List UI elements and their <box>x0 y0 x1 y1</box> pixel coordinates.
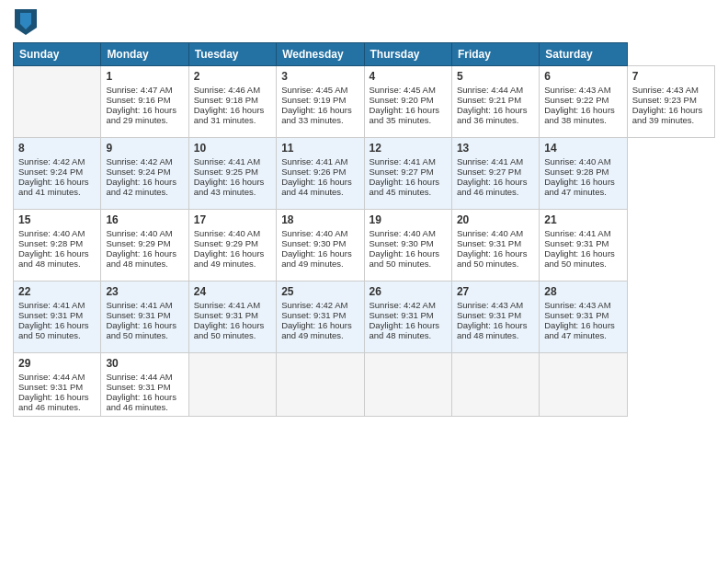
day-number: 18 <box>281 213 358 226</box>
calendar-cell: 16Sunrise: 4:40 AMSunset: 9:29 PMDayligh… <box>101 210 188 282</box>
calendar-header-tuesday: Tuesday <box>188 43 276 66</box>
sunset-text: Sunset: 9:21 PM <box>457 95 521 105</box>
sunset-text: Sunset: 9:30 PM <box>370 238 434 248</box>
day-number: 16 <box>106 213 183 226</box>
calendar-header-thursday: Thursday <box>364 43 451 66</box>
calendar-table: SundayMondayTuesdayWednesdayThursdayFrid… <box>13 42 715 417</box>
day-number: 9 <box>106 142 183 155</box>
day-number: 29 <box>18 357 96 370</box>
calendar-cell: 3Sunrise: 4:45 AMSunset: 9:19 PMDaylight… <box>277 66 364 138</box>
daylight-text: Daylight: 16 hours and 47 minutes. <box>544 177 615 197</box>
logo-icon <box>15 9 37 35</box>
sunset-text: Sunset: 9:29 PM <box>194 238 258 248</box>
calendar-cell: 1Sunrise: 4:47 AMSunset: 9:16 PMDaylight… <box>101 66 188 138</box>
calendar-header-monday: Monday <box>101 43 188 66</box>
sunrise-text: Sunrise: 4:43 AM <box>544 85 610 95</box>
sunset-text: Sunset: 9:31 PM <box>457 238 521 248</box>
sunrise-text: Sunrise: 4:45 AM <box>281 85 347 95</box>
sunset-text: Sunset: 9:18 PM <box>194 95 258 105</box>
sunset-text: Sunset: 9:23 PM <box>632 95 697 105</box>
calendar-cell: 7Sunrise: 4:43 AMSunset: 9:23 PMDaylight… <box>627 66 714 138</box>
calendar-cell: 15Sunrise: 4:40 AMSunset: 9:28 PMDayligh… <box>14 210 101 282</box>
sunset-text: Sunset: 9:19 PM <box>281 95 346 105</box>
sunrise-text: Sunrise: 4:40 AM <box>457 228 523 238</box>
sunset-text: Sunset: 9:26 PM <box>281 167 346 177</box>
day-number: 22 <box>18 285 96 298</box>
sunset-text: Sunset: 9:31 PM <box>18 310 83 320</box>
day-number: 2 <box>194 70 271 83</box>
daylight-text: Daylight: 16 hours and 50 minutes. <box>194 320 265 340</box>
sunset-text: Sunset: 9:22 PM <box>544 95 609 105</box>
daylight-text: Daylight: 16 hours and 38 minutes. <box>544 105 615 125</box>
sunrise-text: Sunrise: 4:40 AM <box>544 156 610 167</box>
daylight-text: Daylight: 16 hours and 39 minutes. <box>632 105 703 125</box>
daylight-text: Daylight: 16 hours and 36 minutes. <box>457 105 528 125</box>
calendar-cell: 29Sunrise: 4:44 AMSunset: 9:31 PMDayligh… <box>14 353 101 417</box>
calendar-cell <box>364 353 451 417</box>
sunset-text: Sunset: 9:29 PM <box>106 238 170 248</box>
sunrise-text: Sunrise: 4:41 AM <box>457 156 523 167</box>
header <box>13 9 715 35</box>
daylight-text: Daylight: 16 hours and 47 minutes. <box>544 320 615 340</box>
daylight-text: Daylight: 16 hours and 48 minutes. <box>18 248 89 269</box>
daylight-text: Daylight: 16 hours and 46 minutes. <box>106 392 176 412</box>
sunrise-text: Sunrise: 4:41 AM <box>281 156 347 167</box>
calendar-header-sunday: Sunday <box>14 43 101 66</box>
day-number: 28 <box>544 285 621 298</box>
sunset-text: Sunset: 9:31 PM <box>194 310 258 320</box>
calendar-cell: 19Sunrise: 4:40 AMSunset: 9:30 PMDayligh… <box>364 210 451 282</box>
sunrise-text: Sunrise: 4:41 AM <box>194 300 260 310</box>
day-number: 21 <box>544 213 621 226</box>
sunset-text: Sunset: 9:31 PM <box>544 310 609 320</box>
calendar-cell: 24Sunrise: 4:41 AMSunset: 9:31 PMDayligh… <box>188 282 276 353</box>
sunset-text: Sunset: 9:31 PM <box>106 310 170 320</box>
daylight-text: Daylight: 16 hours and 50 minutes. <box>370 248 440 269</box>
calendar-cell: 2Sunrise: 4:46 AMSunset: 9:18 PMDaylight… <box>188 66 276 138</box>
sunrise-text: Sunrise: 4:40 AM <box>281 228 347 238</box>
day-number: 13 <box>457 142 534 155</box>
daylight-text: Daylight: 16 hours and 50 minutes. <box>106 320 176 340</box>
sunset-text: Sunset: 9:24 PM <box>106 167 170 177</box>
daylight-text: Daylight: 16 hours and 49 minutes. <box>281 320 352 340</box>
sunrise-text: Sunrise: 4:46 AM <box>194 85 260 95</box>
sunrise-text: Sunrise: 4:41 AM <box>18 300 85 310</box>
calendar-cell: 20Sunrise: 4:40 AMSunset: 9:31 PMDayligh… <box>451 210 539 282</box>
sunset-text: Sunset: 9:28 PM <box>18 238 83 248</box>
sunrise-text: Sunrise: 4:42 AM <box>18 156 85 167</box>
sunrise-text: Sunrise: 4:41 AM <box>370 156 436 167</box>
sunset-text: Sunset: 9:28 PM <box>544 167 609 177</box>
daylight-text: Daylight: 16 hours and 48 minutes. <box>457 320 528 340</box>
calendar-cell: 6Sunrise: 4:43 AMSunset: 9:22 PMDaylight… <box>540 66 627 138</box>
daylight-text: Daylight: 16 hours and 35 minutes. <box>370 105 440 125</box>
sunrise-text: Sunrise: 4:45 AM <box>370 85 436 95</box>
sunset-text: Sunset: 9:16 PM <box>106 95 170 105</box>
sunset-text: Sunset: 9:31 PM <box>544 238 609 248</box>
day-number: 24 <box>194 285 271 298</box>
page: SundayMondayTuesdayWednesdayThursdayFrid… <box>0 0 728 563</box>
sunset-text: Sunset: 9:30 PM <box>281 238 346 248</box>
sunrise-text: Sunrise: 4:44 AM <box>106 372 172 382</box>
calendar-cell: 21Sunrise: 4:41 AMSunset: 9:31 PMDayligh… <box>540 210 627 282</box>
day-number: 5 <box>457 70 534 83</box>
calendar-cell <box>540 353 627 417</box>
sunset-text: Sunset: 9:24 PM <box>18 167 83 177</box>
calendar-cell <box>14 66 101 138</box>
day-number: 11 <box>281 142 358 155</box>
sunrise-text: Sunrise: 4:43 AM <box>544 300 610 310</box>
daylight-text: Daylight: 16 hours and 45 minutes. <box>370 177 440 197</box>
day-number: 30 <box>106 357 183 370</box>
day-number: 17 <box>194 213 271 226</box>
sunrise-text: Sunrise: 4:40 AM <box>370 228 436 238</box>
calendar-header-saturday: Saturday <box>540 43 627 66</box>
daylight-text: Daylight: 16 hours and 43 minutes. <box>194 177 265 197</box>
daylight-text: Daylight: 16 hours and 50 minutes. <box>457 248 528 269</box>
daylight-text: Daylight: 16 hours and 41 minutes. <box>18 177 89 197</box>
sunrise-text: Sunrise: 4:42 AM <box>281 300 347 310</box>
calendar-cell: 25Sunrise: 4:42 AMSunset: 9:31 PMDayligh… <box>277 282 364 353</box>
daylight-text: Daylight: 16 hours and 49 minutes. <box>281 248 352 269</box>
calendar-cell: 11Sunrise: 4:41 AMSunset: 9:26 PMDayligh… <box>277 138 364 210</box>
daylight-text: Daylight: 16 hours and 31 minutes. <box>194 105 265 125</box>
daylight-text: Daylight: 16 hours and 48 minutes. <box>106 248 176 269</box>
calendar-cell: 28Sunrise: 4:43 AMSunset: 9:31 PMDayligh… <box>540 282 627 353</box>
calendar-header-friday: Friday <box>451 43 539 66</box>
